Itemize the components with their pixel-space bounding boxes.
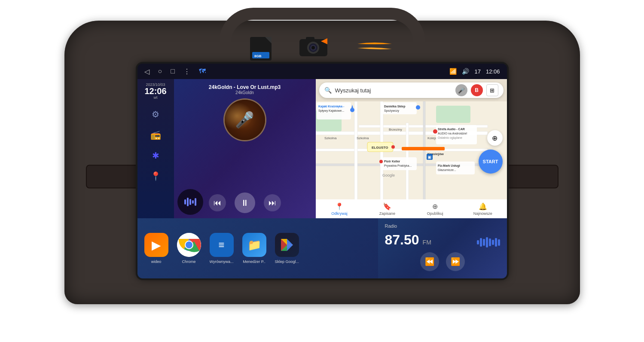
right-vent [498,165,559,189]
date-time: 2023/10/03 12:06 wt [144,82,166,100]
sound-wave-card [177,189,203,215]
app-file-manager[interactable]: 📁 Menedżer P.. [242,233,266,264]
map-nav-saved[interactable]: 🔖 Zapisane [363,199,411,218]
radio-button[interactable]: 📻 [146,125,165,144]
pause-button[interactable]: ⏸ [235,192,255,213]
app-wideo[interactable]: ▶ wideo [144,233,168,264]
app-file-manager-label: Menedżer P.. [243,260,265,264]
wave-bar-4 [486,237,488,247]
svg-text:Szkolna: Szkolna [357,136,369,140]
map-layers-button[interactable]: ⊞ [486,84,498,96]
map-bottom-nav: 📍 Odkrywaj 🔖 Zapisane ⊕ Opublikuj [316,199,507,218]
album-art-inner: 🎤 [225,100,265,140]
bluetooth-button[interactable]: ✱ [146,146,165,165]
saved-label: Zapisane [379,211,395,216]
svg-point-34 [433,129,437,134]
previous-button[interactable]: ⏮ [209,194,226,211]
music-player: 24kGoldn - Love Or Lust.mp3 24kGoldn 🎤 ⏮… [174,79,316,218]
svg-rect-26 [382,102,417,114]
clock-display: 12:06 [486,68,500,75]
volume-icon: 🔊 [462,68,469,75]
camera-icon [297,35,330,58]
next-button[interactable]: ⏭ [264,194,281,211]
app-wideo-icon: ▶ [144,233,168,257]
location-button[interactable]: 📍 [146,167,165,186]
map-locate-button[interactable]: ⊕ [487,130,503,146]
contribute-label: Opublikuj [427,211,443,216]
svg-text:Kajaki Kraśnięka -: Kajaki Kraśnięka - [318,105,345,108]
wave-bar-1 [477,240,479,244]
svg-text:Spożywczy: Spożywczy [384,109,400,113]
map-user-button[interactable]: B [471,84,483,96]
sound-bar-1 [184,199,186,205]
radio-freq-number: 87.50 [385,232,419,248]
back-icon[interactable]: ◁ [144,67,150,76]
sound-bar-4 [192,200,194,204]
map-nav-discover[interactable]: 📍 Odkrywaj [316,199,363,218]
music-artist: 24kGoldn [179,90,311,95]
svg-point-38 [379,160,383,163]
app-wideo-label: wideo [151,260,162,264]
map-nav-updates[interactable]: 🔔 Najnowsze [459,199,507,218]
svg-text:Ostatnio oglądane: Ostatnio oglądane [438,136,462,140]
recents-icon[interactable]: □ [171,67,175,75]
map-search-bar[interactable]: 🔍 Wyszukaj tutaj 🎤 B ⊞ [319,82,504,98]
app-play-store-label: Sklep Googl... [275,260,299,264]
svg-text:Prywatna Praktyka...: Prywatna Praktyka... [384,164,412,168]
sound-bar-5 [195,198,196,206]
wave-bar-3 [483,239,485,246]
svg-text:Google: Google [382,173,395,177]
svg-text:▣: ▣ [427,155,431,159]
wave-bar-6 [492,240,494,245]
discover-label: Odkrywaj [331,211,348,216]
app-equalizer-icon: ≡ [210,233,234,257]
wifi-icon: 📶 [449,68,457,75]
apps-grid: ▶ wideo [137,218,378,278]
bottom-row: ▶ wideo [137,218,507,278]
map-search-text: Wyszukaj tutaj [335,87,452,94]
updates-icon: 🔔 [479,202,487,211]
pry-tools-accessory [355,40,394,53]
svg-rect-11 [402,147,445,150]
menu-icon[interactable]: ⋮ [183,67,190,76]
svg-point-48 [186,241,192,248]
page-wrapper: ◁ ○ □ ⋮ 🗺 📶 🔊 17 12:06 [0,0,644,342]
wave-bar-8 [498,239,500,246]
status-bar-right: 📶 🔊 17 12:06 [449,68,500,75]
app-play-store[interactable]: Sklep Googl... [275,233,299,264]
radio-widget: Radio 87.50 FM [378,218,507,278]
album-art: 🎤 [223,98,266,141]
map-mic-button[interactable]: 🎤 [455,84,467,96]
discover-icon: 📍 [335,202,344,211]
radio-prev-button[interactable]: ⏪ [420,252,439,271]
status-bar: ◁ ○ □ ⋮ 🗺 📶 🔊 17 12:06 [137,64,507,79]
svg-text:Danielka Sklep: Danielka Sklep [384,105,405,108]
play-store-svg [279,237,295,253]
sd-card-accessory: 8GB [250,33,272,61]
app-equalizer[interactable]: ≡ Wyrównywa... [210,233,234,264]
svg-point-19 [391,145,395,149]
car-frame: ◁ ○ □ ⋮ 🗺 📶 🔊 17 12:06 [64,21,580,321]
wave-bar-7 [495,238,497,247]
main-content: 2023/10/03 12:06 wt ⚙ 📻 ✱ 📍 24kGoldn - L… [137,79,507,218]
app-play-store-icon [275,233,299,257]
map-area[interactable]: 🔍 Wyszukaj tutaj 🎤 B ⊞ [316,79,507,218]
map-nav-contribute[interactable]: ⊕ Opublikuj [411,199,459,218]
wave-bar-2 [480,238,482,247]
radio-controls: ⏪ ⏩ [385,252,500,271]
sound-bar-3 [189,199,191,205]
home-icon[interactable]: ○ [158,67,162,75]
maps-icon[interactable]: 🗺 [199,67,206,75]
app-chrome[interactable]: Chrome [177,233,201,264]
camera-accessory [297,35,330,58]
svg-text:Szkolna: Szkolna [324,136,337,140]
radio-wave [477,236,500,249]
radio-next-button[interactable]: ⏩ [446,252,465,271]
svg-text:Spływy Kajakowe...: Spływy Kajakowe... [318,109,344,113]
radio-frequency: 87.50 FM [385,232,500,249]
svg-text:Brzeziny: Brzeziny [389,128,402,131]
settings-button[interactable]: ⚙ [146,105,165,124]
svg-text:Flz-Mark Usługi: Flz-Mark Usługi [438,164,460,168]
map-start-button[interactable]: START [479,150,503,174]
sound-bar-2 [187,198,189,206]
